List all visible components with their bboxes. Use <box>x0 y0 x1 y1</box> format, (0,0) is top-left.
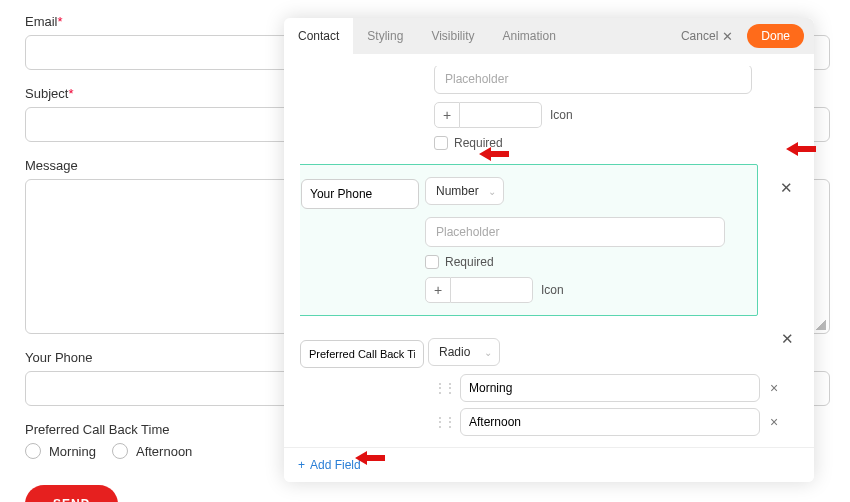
add-field-button[interactable]: + Add Field <box>298 458 361 472</box>
tab-visibility[interactable]: Visibility <box>417 18 488 54</box>
prev-icon-label: Icon <box>550 108 573 122</box>
radio-afternoon-label: Afternoon <box>136 444 192 459</box>
field-block-preferred[interactable]: ✕ Radio ⌄ ⋮⋮ × <box>300 326 798 440</box>
phone-icon-label: Icon <box>541 283 564 297</box>
done-button[interactable]: Done <box>747 24 804 48</box>
option-input-afternoon[interactable] <box>460 408 760 436</box>
phone-type-select[interactable]: Number ⌄ <box>425 177 504 205</box>
tab-animation[interactable]: Animation <box>489 18 570 54</box>
delete-field-phone[interactable]: ✕ <box>780 179 793 197</box>
prev-placeholder-input[interactable] <box>434 66 752 94</box>
phone-icon-add[interactable]: + <box>425 277 451 303</box>
send-button[interactable]: SEND <box>25 485 118 502</box>
close-icon: ✕ <box>722 29 733 44</box>
radio-morning-label: Morning <box>49 444 96 459</box>
option-input-morning[interactable] <box>460 374 760 402</box>
drag-handle-icon[interactable]: ⋮⋮ <box>434 381 454 395</box>
prev-required-checkbox[interactable] <box>434 136 448 150</box>
phone-required-checkbox[interactable] <box>425 255 439 269</box>
tab-styling[interactable]: Styling <box>353 18 417 54</box>
preferred-type-select[interactable]: Radio ⌄ <box>428 338 500 366</box>
phone-placeholder-input[interactable] <box>425 217 725 247</box>
field-block-phone[interactable]: ✕ Number ⌄ R <box>300 164 758 316</box>
panel-scroll[interactable]: + Icon Required ✕ Number ⌄ <box>300 66 798 440</box>
chevron-down-icon: ⌄ <box>484 347 492 358</box>
field-settings-panel: Contact Styling Visibility Animation Can… <box>284 18 814 482</box>
radio-morning[interactable] <box>25 443 41 459</box>
plus-icon: + <box>298 458 305 472</box>
remove-option-morning[interactable]: × <box>766 380 782 396</box>
chevron-down-icon: ⌄ <box>488 186 496 197</box>
prev-icon-add[interactable]: + <box>434 102 460 128</box>
remove-option-afternoon[interactable]: × <box>766 414 782 430</box>
phone-name-input[interactable] <box>301 179 419 209</box>
prev-icon-input[interactable] <box>460 102 542 128</box>
drag-handle-icon[interactable]: ⋮⋮ <box>434 415 454 429</box>
phone-required-label: Required <box>445 255 494 269</box>
phone-icon-input[interactable] <box>451 277 533 303</box>
prev-required-label: Required <box>454 136 503 150</box>
delete-field-preferred[interactable]: ✕ <box>781 330 794 348</box>
preferred-name-input[interactable] <box>300 340 424 368</box>
panel-footer: + Add Field <box>284 447 814 482</box>
radio-afternoon[interactable] <box>112 443 128 459</box>
panel-header: Contact Styling Visibility Animation Can… <box>284 18 814 54</box>
tab-contact[interactable]: Contact <box>284 18 353 54</box>
cancel-button[interactable]: Cancel ✕ <box>671 25 743 48</box>
